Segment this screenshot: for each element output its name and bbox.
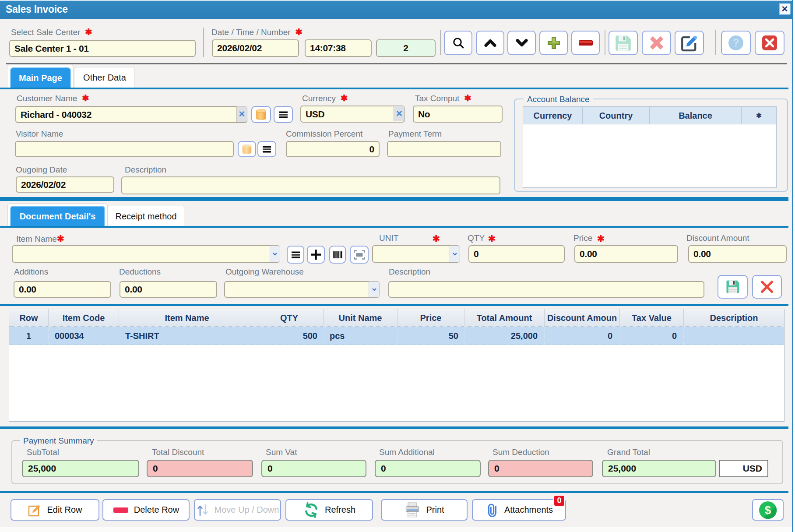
svg-text:$: $: [765, 504, 771, 517]
svg-text:?: ?: [733, 37, 739, 49]
